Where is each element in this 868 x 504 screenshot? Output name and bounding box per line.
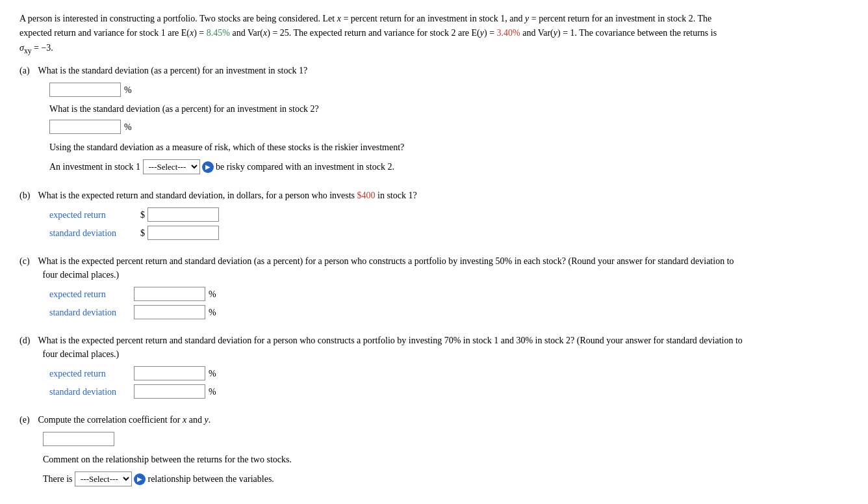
- expected-return-d-group: expected return %: [49, 366, 849, 380]
- std-dev-c-input[interactable]: [134, 305, 205, 319]
- part-a-select-prefix: An investment in stock 1: [49, 162, 143, 172]
- std-dev-c-unit: %: [209, 306, 216, 319]
- sd-stock1-group: %: [49, 83, 849, 97]
- part-e-header: (e) Compute the correlation coefficient …: [19, 413, 849, 427]
- part-d-section: (d) What is the expected percent return …: [19, 334, 849, 399]
- part-e-question: Compute the correlation coefficient for …: [38, 413, 848, 427]
- std-dev-b-label: standard deviation: [49, 226, 140, 240]
- part-e-comment: Comment on the relationship between the …: [43, 453, 849, 466]
- part-e-select-wrapper: ---Select--- a positive a negative no ▶: [75, 471, 146, 486]
- std-dev-c-label: standard deviation: [49, 306, 134, 319]
- part-b-section: (b) What is the expected return and stan…: [19, 189, 849, 240]
- expected-return-b-input[interactable]: [147, 207, 219, 222]
- there-is-label: There is: [43, 474, 75, 484]
- sd-stock1-unit: %: [124, 83, 132, 97]
- part-e-select-line: There is ---Select--- a positive a negat…: [43, 471, 849, 486]
- sigma-xy: σxy = −3.: [19, 43, 53, 53]
- part-a-select-line: An investment in stock 1 ---Select--- wi…: [49, 159, 849, 174]
- sd-stock2-input[interactable]: [49, 120, 121, 134]
- ex-value: 8.45%: [207, 28, 230, 38]
- correlation-input[interactable]: [43, 432, 114, 446]
- part-b-label: (b): [19, 189, 36, 202]
- part-a-q2-line: What is the standard deviation (as a per…: [49, 102, 849, 116]
- part-c-question: What is the expected percent return and …: [38, 254, 848, 282]
- std-dev-d-group: standard deviation %: [49, 384, 849, 399]
- expected-return-d-unit: %: [209, 367, 216, 380]
- intro-text1: A person is interested in constructing a…: [19, 14, 711, 23]
- part-a-select-suffix: be risky compared with an investment in …: [216, 162, 394, 172]
- std-dev-d-label: standard deviation: [49, 385, 134, 399]
- sd-stock1-input[interactable]: [49, 83, 121, 97]
- ey-value: 3.40%: [497, 28, 520, 38]
- part-a-q3-line: Using the standard deviation as a measur…: [49, 140, 849, 154]
- expected-return-c-input[interactable]: [134, 287, 205, 301]
- relationship-select[interactable]: ---Select--- a positive a negative no: [75, 471, 132, 486]
- expected-return-b-group: expected return $: [49, 207, 849, 222]
- part-a-section: (a) What is the standard deviation (as a…: [19, 64, 849, 174]
- std-dev-d-unit: %: [209, 385, 216, 399]
- part-a-select-wrapper: ---Select--- will will not ▶: [143, 159, 214, 174]
- expected-return-c-group: expected return %: [49, 287, 849, 301]
- std-dev-d-input[interactable]: [134, 384, 205, 399]
- dollar-symbol-er: $: [140, 208, 145, 222]
- std-dev-b-group: standard deviation $: [49, 226, 849, 240]
- part-c-section: (c) What is the expected percent return …: [19, 254, 849, 319]
- expected-return-d-label: expected return: [49, 367, 134, 380]
- part-b-question: What is the expected return and standard…: [38, 189, 848, 202]
- intro-paragraph: A person is interested in constructing a…: [19, 12, 849, 57]
- part-e-label: (e): [19, 413, 36, 427]
- sd-stock2-group: %: [49, 120, 849, 134]
- part-c-header: (c) What is the expected percent return …: [19, 254, 849, 282]
- invest-amount: $400: [357, 191, 376, 200]
- part-a-header: (a) What is the standard deviation (as a…: [19, 64, 849, 77]
- part-d-header: (d) What is the expected percent return …: [19, 334, 849, 361]
- part-e-comment-section: Comment on the relationship between the …: [43, 453, 849, 486]
- expected-return-c-unit: %: [209, 287, 216, 301]
- stock-comparison-select[interactable]: ---Select--- will will not: [143, 159, 200, 174]
- dollar-symbol-sd: $: [140, 226, 145, 240]
- expected-return-d-input[interactable]: [134, 366, 205, 380]
- part-b-header: (b) What is the expected return and stan…: [19, 189, 849, 202]
- part-e-section: (e) Compute the correlation coefficient …: [19, 413, 849, 486]
- sd-stock2-unit: %: [124, 120, 132, 134]
- select-arrow-e-icon[interactable]: ▶: [134, 473, 146, 485]
- expected-return-c-label: expected return: [49, 287, 134, 301]
- part-d-question: What is the expected percent return and …: [38, 334, 848, 361]
- relationship-suffix: relationship between the variables.: [147, 474, 274, 484]
- std-dev-c-group: standard deviation %: [49, 305, 849, 319]
- part-a-q1: What is the standard deviation (as a per…: [38, 64, 848, 77]
- select-arrow-icon[interactable]: ▶: [202, 161, 214, 173]
- expected-return-b-label: expected return: [49, 208, 140, 222]
- part-d-label: (d): [19, 334, 36, 347]
- part-a-label: (a): [19, 64, 36, 77]
- std-dev-b-input[interactable]: [147, 226, 219, 240]
- part-c-label: (c): [19, 254, 36, 268]
- intro-text2: expected return and variance for stock 1…: [19, 28, 717, 38]
